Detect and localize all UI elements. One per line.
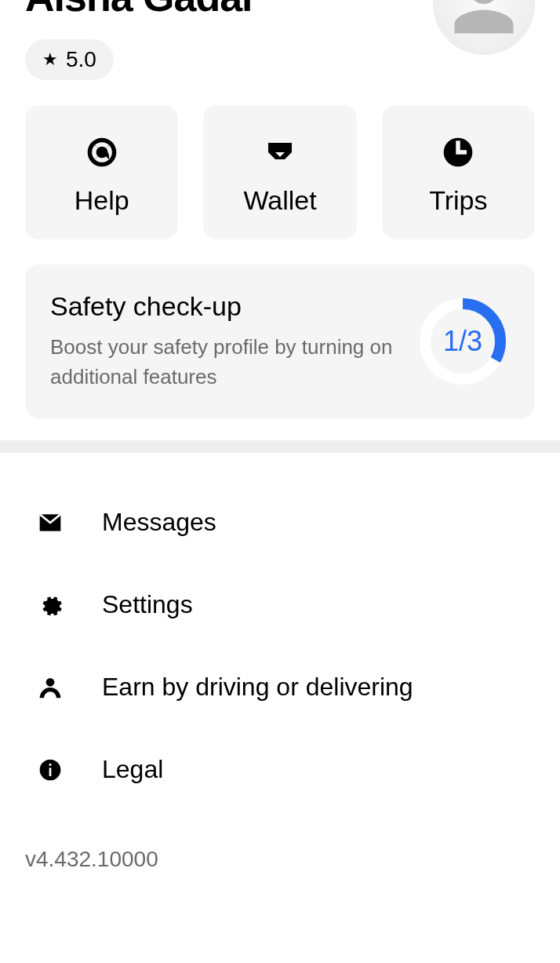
app-version: v4.432.10000 (0, 839, 560, 880)
wallet-tile[interactable]: Wallet (203, 105, 356, 239)
svg-rect-6 (49, 764, 52, 766)
gear-icon (38, 593, 63, 618)
clock-icon (441, 135, 475, 170)
menu-item-settings[interactable]: Settings (0, 564, 560, 646)
wallet-icon (263, 135, 297, 170)
rating-value: 5.0 (66, 47, 96, 72)
help-label: Help (75, 185, 129, 216)
svg-rect-5 (49, 768, 52, 776)
settings-label: Settings (102, 590, 193, 619)
safety-checkup-card[interactable]: Safety check-up Boost your safety profil… (25, 264, 535, 418)
help-tile[interactable]: Help (25, 105, 178, 239)
earn-label: Earn by driving or delivering (102, 673, 413, 702)
section-divider (0, 440, 560, 453)
avatar[interactable] (433, 0, 535, 55)
user-name: Aisha Gadal (25, 0, 253, 17)
trips-label: Trips (429, 185, 487, 216)
menu-item-earn[interactable]: Earn by driving or delivering (0, 646, 560, 728)
star-icon: ★ (42, 49, 58, 70)
safety-title: Safety check-up (50, 291, 400, 322)
trips-tile[interactable]: Trips (382, 105, 535, 239)
menu-item-legal[interactable]: Legal (0, 728, 560, 811)
mail-icon (38, 510, 63, 535)
messages-label: Messages (102, 508, 216, 537)
safety-subtitle: Boost your safety profile by turning on … (50, 333, 400, 392)
wallet-label: Wallet (243, 185, 316, 216)
driver-icon (38, 675, 63, 700)
person-icon (449, 0, 519, 39)
safety-progress-ring: 1/3 (416, 294, 510, 388)
legal-label: Legal (102, 755, 163, 784)
menu-item-messages[interactable]: Messages (0, 481, 560, 564)
lifebuoy-icon (85, 135, 119, 170)
safety-progress-label: 1/3 (416, 294, 510, 388)
info-icon (38, 757, 63, 782)
rating-pill[interactable]: ★ 5.0 (25, 39, 114, 80)
svg-point-3 (46, 678, 55, 687)
